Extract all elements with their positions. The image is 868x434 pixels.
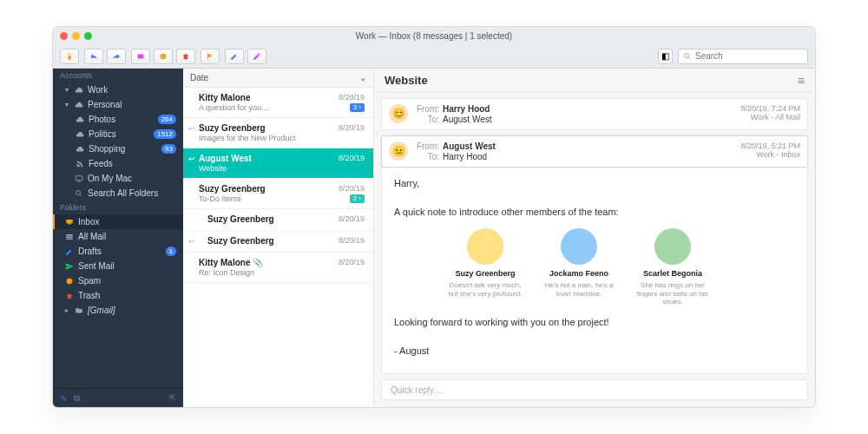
sidebar-footer: ∿ ⧉ ⇱ [53, 388, 183, 407]
search-input[interactable]: Search [678, 49, 808, 64]
monitor-icon [75, 174, 83, 183]
account-work[interactable]: ▾Work [53, 82, 183, 97]
archive-button[interactable] [131, 49, 150, 64]
chevron-down-icon: ⌄ [359, 73, 366, 82]
message-date: 8/20/19 [339, 154, 365, 163]
unread-badge: 284 [158, 115, 176, 124]
toolbar: ! ◧ Search [53, 44, 815, 69]
message-row[interactable]: ↩August West8/20/19Website [183, 148, 373, 179]
reading-pane: Website ≡ 😊From:Harry HoodTo:August West… [374, 69, 815, 407]
trash-icon [65, 292, 74, 300]
flag-button[interactable] [201, 49, 220, 64]
team-row: Suzy Greenberg Doesn't talk very much, b… [446, 228, 795, 306]
label-feeds[interactable]: Feeds [53, 156, 183, 171]
account-personal[interactable]: ▾Personal [53, 97, 183, 112]
message-date: 8/20/19 [339, 123, 365, 133]
compose-footer-icon[interactable]: ⇱ [169, 393, 176, 403]
body-intro: A quick note to introduce other members … [394, 205, 795, 220]
folder-spam[interactable]: Spam [53, 273, 183, 288]
activity-icon[interactable]: ∿ [60, 393, 67, 403]
message-sender: Suzy Greenberg [207, 214, 274, 224]
message-row[interactable]: Kitty Malone 📎8/20/19Re: Icon Design [183, 253, 373, 283]
svg-point-3 [685, 53, 689, 57]
message-subject-preview: Re: Icon Design [199, 268, 254, 277]
header-source: Work - Inbox [740, 150, 800, 159]
app-window: Work — Inbox (8 messages | 1 selected) !… [52, 26, 816, 408]
message-header-card[interactable]: 😊From:Harry HoodTo:August West8/20/19, 7… [381, 98, 808, 130]
svg-line-7 [80, 194, 82, 196]
cloud-icon [75, 86, 83, 95]
team-member: Jockamo Feeno He's not a man, he's a lov… [540, 228, 618, 306]
message-menu-icon[interactable]: ≡ [798, 74, 805, 88]
header-date: 8/20/19, 5:21 PM [740, 141, 800, 150]
message-row[interactable]: Kitty Malone8/20/19A question for you…3 … [183, 88, 373, 118]
svg-line-4 [688, 57, 690, 59]
search-placeholder: Search [695, 51, 723, 61]
stack-icon [65, 233, 74, 241]
reply-indicator-icon: ↩ [188, 155, 195, 163]
cloud-icon [76, 145, 84, 154]
forward-button[interactable] [107, 49, 126, 64]
compose-draft-button[interactable] [225, 49, 244, 64]
thread-count-badge: 3 › [350, 103, 365, 112]
unread-badge: 1 [166, 247, 176, 256]
message-list-header[interactable]: Date ⌄ [183, 69, 373, 88]
thread-count-badge: 2 › [350, 194, 365, 203]
message-title-bar: Website ≡ [374, 69, 815, 93]
folder-sent[interactable]: Sent Mail [53, 259, 183, 273]
unread-badge: 93 [161, 144, 176, 154]
delete-button[interactable] [176, 49, 195, 64]
message-date: 8/20/19 [339, 214, 365, 224]
header-to: August West [443, 115, 492, 124]
body-signature: - August [394, 344, 795, 358]
contacts-icon[interactable]: ⧉ [74, 393, 80, 404]
message-row[interactable]: Suzy Greenberg8/20/19 [183, 209, 373, 231]
spam-button[interactable]: ! [154, 49, 173, 64]
folder-drafts[interactable]: Drafts1 [53, 244, 183, 259]
message-body: Harry, A quick note to introduce other m… [381, 168, 808, 374]
message-date: 8/20/19 [339, 258, 365, 267]
avatar-icon [561, 228, 597, 265]
message-date: 8/20/19 [339, 236, 365, 246]
folder-trash[interactable]: Trash [53, 288, 183, 303]
search-all-folders[interactable]: Search All Folders [53, 186, 183, 201]
warning-icon [65, 277, 74, 286]
avatar-icon: 😐 [389, 141, 408, 161]
message-row[interactable]: Suzy Greenberg8/20/19To-Do Items2 › [183, 179, 373, 209]
message-sender: August West [199, 154, 252, 163]
compose-button[interactable] [247, 49, 266, 64]
reply-button[interactable] [84, 49, 103, 64]
svg-point-8 [67, 278, 73, 284]
label-photos[interactable]: Photos284 [53, 112, 183, 127]
message-subject-preview: Images for the New Product [199, 134, 296, 142]
pencil-icon [65, 247, 74, 256]
account-onmymac[interactable]: On My Mac [53, 171, 183, 186]
search-scope-button[interactable]: ◧ [658, 49, 673, 64]
folder-inbox[interactable]: Inbox [53, 214, 183, 229]
svg-point-6 [76, 190, 81, 194]
header-to: Harry Hood [443, 152, 487, 161]
cloud-icon [76, 115, 84, 124]
window-title: Work — Inbox (8 messages | 1 selected) [53, 31, 815, 41]
receive-button[interactable] [60, 49, 79, 64]
message-list-pane: Date ⌄ Kitty Malone8/20/19A question for… [183, 69, 374, 407]
svg-rect-0 [138, 54, 144, 58]
header-source: Work - All Mail [740, 113, 800, 122]
message-row[interactable]: ↩Suzy Greenberg8/20/19Images for the New… [183, 118, 373, 148]
inbox-icon [65, 218, 74, 227]
message-subject-preview: A question for you… [199, 103, 269, 112]
sidebar-section-accounts: Accounts [53, 69, 183, 82]
team-member: Scarlet Begonia She has rings on her fin… [634, 228, 712, 306]
sidebar-section-folders: Folders [53, 201, 183, 214]
avatar-icon [467, 228, 503, 265]
avatar-icon: 😊 [389, 104, 408, 123]
label-politics[interactable]: Politics1512 [53, 127, 183, 141]
rss-icon [76, 160, 84, 168]
message-sender: Suzy Greenberg [199, 184, 266, 194]
message-header-card[interactable]: 😐From:August WestTo:Harry Hood8/20/19, 5… [381, 135, 808, 168]
quick-reply-input[interactable]: Quick reply… [381, 379, 808, 400]
message-row[interactable]: ↩Suzy Greenberg8/20/19 [183, 231, 373, 253]
folder-all-mail[interactable]: All Mail [53, 229, 183, 244]
gmail-folder[interactable]: ▸[Gmail] [53, 303, 183, 318]
label-shopping[interactable]: Shopping93 [53, 141, 183, 156]
